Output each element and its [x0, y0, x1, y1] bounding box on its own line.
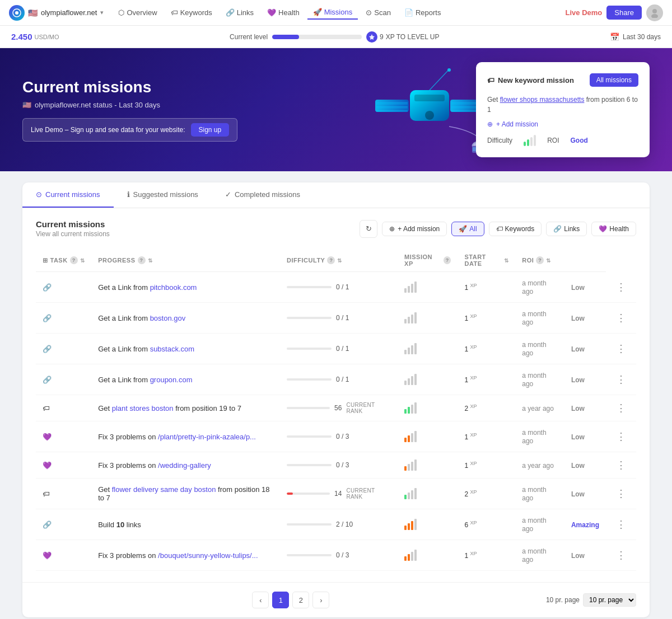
- task-link[interactable]: pitchbook.com: [150, 283, 197, 292]
- mission-card-title-text: New keyword mission: [498, 76, 574, 85]
- difficulty-bars: [404, 431, 451, 442]
- more-options-button[interactable]: ⋮: [613, 312, 629, 324]
- task-link[interactable]: boston.gov: [150, 314, 186, 322]
- actions-cell: ⋮: [606, 364, 636, 395]
- per-page-selector: 10 pr. page 10 pr. page 25 pr. page 50 p…: [546, 593, 636, 607]
- progress-bar-fill: [272, 35, 299, 39]
- tab-completed-missions[interactable]: ✓ Completed missions: [212, 182, 314, 208]
- brand[interactable]: 🇺🇸 olympiaflower.net ▾: [9, 5, 104, 21]
- progress-value: 0 / 1: [336, 345, 349, 353]
- share-button[interactable]: Share: [606, 6, 642, 20]
- nav-item-links[interactable]: 🔗 Links: [220, 6, 259, 19]
- table-row: 🔗Get a Link from substack.com 0 / 1 1 XP…: [36, 334, 636, 364]
- keywords-filter-icon: 🏷: [496, 225, 503, 233]
- brand-chevron[interactable]: ▾: [100, 9, 104, 16]
- task-sort[interactable]: ⇅: [80, 257, 85, 264]
- all-missions-button[interactable]: All missions: [590, 73, 638, 87]
- progress-display: 0 / 1: [287, 345, 391, 353]
- nav-item-reports[interactable]: 📄 Reports: [399, 6, 447, 19]
- suggested-missions-icon: ℹ: [127, 190, 130, 199]
- more-options-button[interactable]: ⋮: [613, 518, 629, 531]
- task-link[interactable]: /bouquet/sunny-yellow-tulips/...: [158, 551, 258, 560]
- more-options-button[interactable]: ⋮: [613, 549, 629, 561]
- refresh-button[interactable]: ↻: [360, 220, 377, 238]
- progress-sort[interactable]: ⇅: [148, 257, 153, 264]
- page-1-button[interactable]: 1: [272, 592, 289, 608]
- health-filter-icon: 💜: [599, 225, 607, 233]
- nav-item-missions[interactable]: 🚀 Missions: [307, 6, 358, 20]
- progress-info-icon[interactable]: ?: [138, 256, 146, 264]
- progress-display: 14 CURRENT RANK: [287, 487, 391, 500]
- prev-page-button[interactable]: ‹: [252, 592, 269, 608]
- task-link[interactable]: flower delivery same day boston: [112, 485, 216, 494]
- difficulty-sort[interactable]: ⇅: [337, 257, 342, 264]
- nav-item-scan[interactable]: ⊙ Scan: [360, 6, 396, 19]
- col-task: ⊞ TASK ? ⇅: [36, 249, 91, 272]
- more-options-button[interactable]: ⋮: [613, 459, 629, 471]
- tab-suggested-missions[interactable]: ℹ Suggested missions: [114, 182, 212, 208]
- difficulty-info-icon[interactable]: ?: [327, 256, 335, 264]
- diff-bar-2: [408, 317, 410, 323]
- task-text: Get a Link from boston.gov: [98, 314, 185, 322]
- date-cell: a month ago: [515, 509, 564, 540]
- page-controls: ‹ 1 2 ›: [36, 592, 546, 608]
- difficulty-cell: [398, 452, 458, 479]
- signup-button[interactable]: Sign up: [191, 123, 230, 137]
- more-options-button[interactable]: ⋮: [613, 281, 629, 293]
- roi-info-icon[interactable]: ?: [536, 256, 544, 264]
- task-link[interactable]: plant stores boston: [112, 404, 174, 412]
- tab-current-missions[interactable]: ⊙ Current missions: [22, 182, 114, 208]
- filter-all-button[interactable]: 🚀 All: [451, 222, 484, 236]
- task-link[interactable]: groupon.com: [150, 376, 193, 384]
- row-icon-cell: 🔗: [36, 272, 91, 303]
- diff-bar-2: [408, 464, 410, 471]
- tab-current-label: Current missions: [45, 190, 100, 199]
- pagination-row: ‹ 1 2 › 10 pr. page 10 pr. page 25 pr. p…: [22, 582, 650, 617]
- current-rank: CURRENT RANK: [346, 487, 391, 500]
- date-range-label: Last 30 days: [623, 33, 661, 41]
- diff-bar-2: [408, 378, 410, 385]
- completed-missions-icon: ✓: [225, 190, 231, 199]
- filter-keywords-button[interactable]: 🏷 Keywords: [489, 222, 542, 236]
- xp-label: XP TO LEVEL UP: [386, 33, 440, 41]
- task-link[interactable]: substack.com: [150, 345, 194, 353]
- more-options-button[interactable]: ⋮: [613, 430, 629, 443]
- task-link[interactable]: /plant/pretty-in-pink-azalea/p...: [158, 433, 256, 441]
- add-mission-row[interactable]: ⊕ + Add mission: [487, 120, 638, 128]
- mission-card-link[interactable]: flower shops massachusetts: [500, 96, 585, 104]
- task-type-icon: 💜: [43, 461, 52, 470]
- next-page-button[interactable]: ›: [312, 592, 329, 608]
- progress-bar: [287, 554, 332, 556]
- more-options-button[interactable]: ⋮: [613, 373, 629, 386]
- task-text: Build 10 links: [98, 520, 141, 529]
- start-date: a month ago: [522, 547, 546, 564]
- avatar[interactable]: [646, 4, 663, 21]
- filter-health-button[interactable]: 💜 Health: [591, 222, 636, 236]
- diff-bar-4: [534, 135, 536, 146]
- roi-cell: Low: [564, 272, 606, 303]
- actions-cell: ⋮: [606, 303, 636, 334]
- date-sort[interactable]: ⇅: [504, 257, 509, 264]
- table-body: 🔗Get a Link from pitchbook.com 0 / 1 1 X…: [36, 272, 636, 571]
- filter-links-button[interactable]: 🔗 Links: [546, 222, 587, 236]
- more-options-button[interactable]: ⋮: [613, 487, 629, 500]
- progress-display: 0 / 1: [287, 314, 391, 322]
- date-range[interactable]: 📅 Last 30 days: [610, 32, 661, 41]
- roi-cell: Low: [564, 395, 606, 421]
- actions-cell: ⋮: [606, 509, 636, 540]
- xp-info-icon[interactable]: ?: [444, 256, 451, 264]
- task-info-icon[interactable]: ?: [70, 256, 78, 264]
- add-mission-button[interactable]: ⊕ + Add mission: [382, 222, 447, 236]
- live-demo-link[interactable]: Live Demo: [566, 8, 603, 17]
- brand-flag: 🇺🇸: [28, 8, 38, 17]
- task-link[interactable]: /wedding-gallery: [158, 461, 211, 470]
- xp-value: 1 XP: [464, 433, 477, 441]
- roi-sort[interactable]: ⇅: [546, 257, 551, 264]
- more-options-button[interactable]: ⋮: [613, 402, 629, 414]
- per-page-select[interactable]: 10 pr. page 25 pr. page 50 pr. page: [583, 593, 636, 607]
- page-2-button[interactable]: 2: [292, 592, 309, 608]
- nav-item-keywords[interactable]: 🏷 Keywords: [165, 6, 218, 19]
- more-options-button[interactable]: ⋮: [613, 343, 629, 355]
- nav-item-overview[interactable]: ⬡ Overview: [113, 6, 162, 19]
- nav-item-health[interactable]: 💜 Health: [262, 6, 305, 19]
